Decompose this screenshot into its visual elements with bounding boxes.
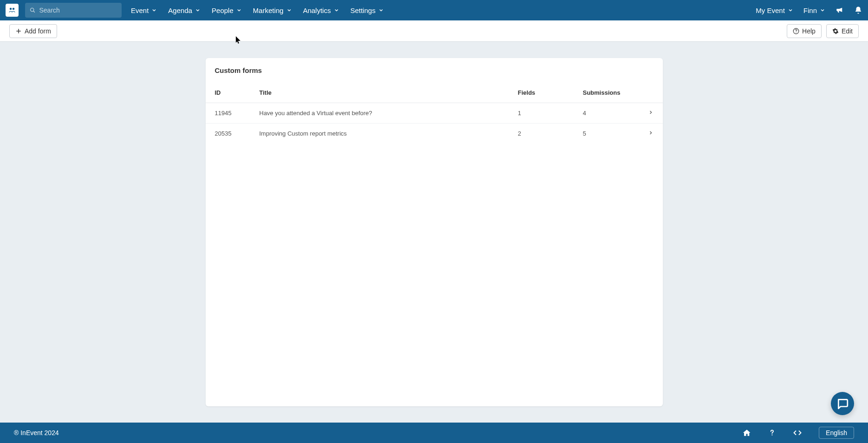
nav-label: My Event <box>756 7 785 14</box>
nav-right: My Event Finn <box>756 6 862 14</box>
language-selector[interactable]: English <box>819 427 854 439</box>
column-id: ID <box>206 79 250 103</box>
footer-help-button[interactable] <box>768 429 776 437</box>
button-label: Edit <box>842 27 853 35</box>
chevron-down-icon <box>151 7 157 13</box>
nav-people[interactable]: People <box>212 7 242 14</box>
chat-widget[interactable] <box>831 392 854 415</box>
language-label: English <box>826 429 847 436</box>
notifications-button[interactable] <box>854 6 862 14</box>
announcement-button[interactable] <box>836 6 844 14</box>
card-title: Custom forms <box>206 58 663 79</box>
help-button[interactable]: Help <box>787 24 822 38</box>
cell-submissions: 4 <box>574 103 639 124</box>
search-input[interactable] <box>39 7 117 14</box>
svg-line-3 <box>33 11 35 13</box>
svg-point-2 <box>31 8 34 11</box>
content-area: Custom forms ID Title Fields Submissions… <box>0 42 868 423</box>
nav-user[interactable]: Finn <box>803 7 825 14</box>
sub-nav: Add form Help Edit <box>0 20 868 42</box>
svg-point-7 <box>796 32 796 33</box>
search-wrap <box>25 3 122 18</box>
nav-agenda[interactable]: Agenda <box>168 7 201 14</box>
footer: ® InEvent 2024 English <box>0 423 868 443</box>
svg-point-1 <box>13 8 15 10</box>
nav-label: Agenda <box>168 7 192 14</box>
edit-button[interactable]: Edit <box>826 24 859 38</box>
nav-label: Analytics <box>303 7 331 14</box>
question-icon <box>768 429 776 437</box>
chat-icon <box>836 397 849 410</box>
cell-title: Have you attended a Virtual event before… <box>250 103 509 124</box>
nav-label: Event <box>131 7 149 14</box>
column-submissions: Submissions <box>574 79 639 103</box>
chevron-down-icon <box>195 7 201 13</box>
chevron-right-icon <box>648 110 654 115</box>
bell-icon <box>854 6 862 14</box>
cell-chevron <box>639 124 663 144</box>
plus-icon <box>15 28 22 34</box>
nav-event[interactable]: Event <box>131 7 157 14</box>
svg-point-0 <box>10 8 12 10</box>
footer-home-button[interactable] <box>743 429 751 437</box>
chevron-right-icon <box>648 130 654 136</box>
button-label: Help <box>802 27 816 35</box>
gear-icon <box>832 28 839 34</box>
chevron-down-icon <box>378 7 384 13</box>
nav-label: Marketing <box>253 7 284 14</box>
nav-items: Event Agenda People Marketing Analytics … <box>131 7 384 14</box>
nav-marketing[interactable]: Marketing <box>253 7 292 14</box>
footer-copyright: ® InEvent 2024 <box>14 429 59 436</box>
add-form-button[interactable]: Add form <box>9 24 57 38</box>
code-icon <box>793 429 802 437</box>
cell-chevron <box>639 103 663 124</box>
table-row[interactable]: 11945 Have you attended a Virtual event … <box>206 103 663 124</box>
nav-label: Settings <box>350 7 376 14</box>
chevron-down-icon <box>236 7 242 13</box>
svg-point-8 <box>771 434 772 435</box>
custom-forms-card: Custom forms ID Title Fields Submissions… <box>206 58 663 406</box>
chevron-down-icon <box>334 7 339 13</box>
cell-id: 11945 <box>206 103 250 124</box>
cell-title: Improving Custom report metrics <box>250 124 509 144</box>
chevron-down-icon <box>788 7 793 13</box>
cell-fields: 2 <box>509 124 574 144</box>
column-title: Title <box>250 79 509 103</box>
nav-settings[interactable]: Settings <box>350 7 384 14</box>
footer-code-button[interactable] <box>793 429 802 437</box>
column-fields: Fields <box>509 79 574 103</box>
nav-analytics[interactable]: Analytics <box>303 7 339 14</box>
chevron-down-icon <box>286 7 292 13</box>
app-logo[interactable] <box>6 4 19 17</box>
top-nav: Event Agenda People Marketing Analytics … <box>0 0 868 20</box>
cell-id: 20535 <box>206 124 250 144</box>
nav-my-event[interactable]: My Event <box>756 7 793 14</box>
help-icon <box>793 28 799 34</box>
table-row[interactable]: 20535 Improving Custom report metrics 2 … <box>206 124 663 144</box>
megaphone-icon <box>836 6 844 14</box>
chevron-down-icon <box>820 7 825 13</box>
cell-fields: 1 <box>509 103 574 124</box>
forms-table: ID Title Fields Submissions 11945 Have y… <box>206 79 663 143</box>
search-icon <box>30 7 35 13</box>
button-label: Add form <box>25 27 51 35</box>
cell-submissions: 5 <box>574 124 639 144</box>
nav-label: Finn <box>803 7 817 14</box>
nav-label: People <box>212 7 233 14</box>
home-icon <box>743 429 751 437</box>
column-actions <box>639 79 663 103</box>
